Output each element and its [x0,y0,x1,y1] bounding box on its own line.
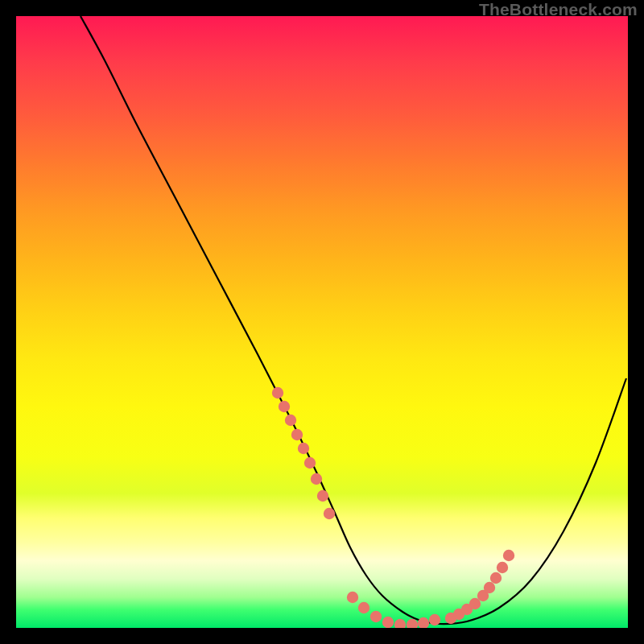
data-dot [429,614,440,625]
chart-svg [16,16,628,628]
data-dot [347,592,358,603]
data-dot [291,429,303,440]
plot-area [16,16,628,628]
data-dot [497,562,508,573]
bottleneck-curve [80,16,626,624]
data-dot [298,443,309,454]
dot-cluster-right [445,550,514,624]
outer-frame: TheBottleneck.com [0,0,644,644]
data-dot [324,508,335,519]
data-dot [279,401,290,412]
data-dot [418,617,429,628]
dot-cluster-left [272,387,335,519]
data-dot [311,473,322,485]
data-dot [317,490,328,502]
data-dot [382,617,394,628]
data-dot [503,550,514,561]
data-dot [394,619,406,628]
data-dot [490,572,502,584]
data-dot [304,457,316,469]
data-dot [272,387,283,398]
data-dot [358,602,369,613]
data-dot [407,619,418,628]
data-dot [484,582,495,593]
watermark-text: TheBottleneck.com [479,0,638,19]
data-dot [285,415,296,426]
data-dot [370,611,382,622]
dot-cluster-bottom [347,592,440,628]
